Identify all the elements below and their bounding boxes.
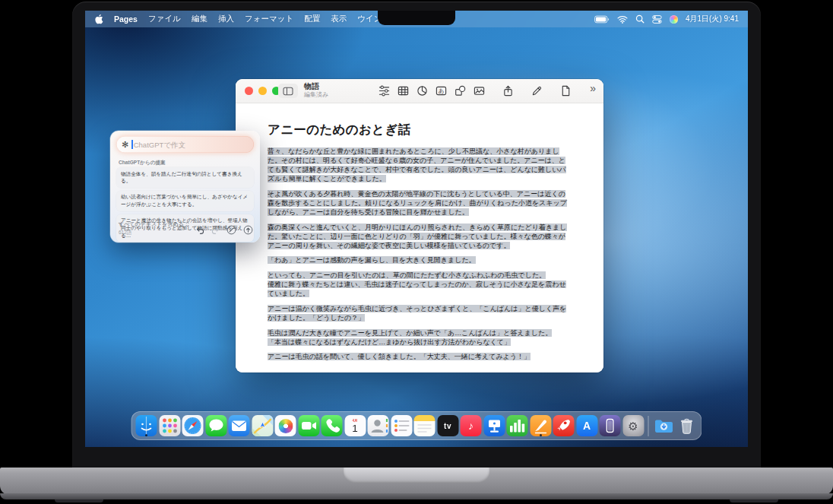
finder-dock-icon[interactable]: [136, 415, 157, 436]
messages-dock-icon[interactable]: [205, 415, 226, 436]
document-paragraph[interactable]: 毛虫は潤んだ大きな瞳でアニーを見上げて、か細い声で「あ…こんばんは」と答えました…: [268, 328, 569, 347]
selected-text: アニーは毛虫の話を聞いて、優しく頷きました。「大丈夫、一緒に考えてみよう！」: [268, 353, 531, 360]
downloads-dock-icon[interactable]: [653, 415, 674, 436]
control-center-icon[interactable]: [652, 15, 662, 24]
contacts-dock-icon[interactable]: [368, 415, 389, 436]
word-count: 612語: [119, 230, 189, 236]
menu-item-4[interactable]: 配置: [304, 14, 320, 24]
music-dock-icon[interactable]: ♪: [461, 415, 482, 436]
tv-glyph: tv: [444, 422, 451, 430]
shapes-icon[interactable]: [452, 84, 468, 98]
table-icon[interactable]: [395, 84, 411, 98]
selected-text: といっても、アニーの目を引いたのは、草の間にたたずむ小さなふわふわの毛虫でした。…: [268, 271, 566, 297]
macbook-lid: Pages ファイル編集挿入フォーマット配置表示ウインドウヘルプ 4月1日(火)…: [72, 2, 761, 468]
chatgpt-prompt-input[interactable]: [134, 141, 249, 149]
launchpad-dock-icon[interactable]: [159, 415, 180, 436]
share-icon[interactable]: [500, 84, 516, 98]
wifi-icon[interactable]: [617, 15, 628, 24]
selected-text: 昔々、なだらかな丘と豊かな緑に囲まれたあるところに、少し不思議な、小さな村があり…: [268, 147, 566, 182]
menu-item-5[interactable]: 表示: [331, 14, 347, 24]
menu-item-1[interactable]: 編集: [192, 14, 207, 24]
calendar-day-label: 1: [352, 423, 358, 435]
selected-text: そよ風が吹くある夕暮れ時、黄金色の太陽が地平線の下に沈もうとしている中、アニーは…: [268, 190, 567, 216]
window-edited-status: 編集済み: [304, 91, 328, 98]
menu-item-3[interactable]: フォーマット: [245, 14, 293, 24]
rubber-foot: [730, 499, 778, 502]
base-edge: [0, 493, 833, 499]
document-paragraph[interactable]: アニーは温かく微笑みながら毛虫に近づき、そっとひざまずくと、「こんばんは」と優し…: [268, 304, 569, 322]
selected-text: 森の奥深くへと進んでいくと、月明かりにほんのり照らされた、きらめく草原にたどり着…: [268, 223, 567, 249]
text-caret: [131, 140, 133, 149]
pages-window: 物語 編集済み あ » アニーのためのおとぎ話 昔々、なだらかな丘と豊かな緑に囲…: [236, 79, 603, 372]
pages-dock-icon[interactable]: [530, 415, 551, 436]
rubber-foot: [55, 499, 103, 502]
chatgpt-suggestion-1[interactable]: 物語全体を、韻を踏んだ二行連句の詩として書き換える。: [116, 167, 254, 188]
text-scope-selector[interactable]: すべてのテキストを含める: [119, 220, 189, 228]
chevron-up-down-icon: [185, 221, 189, 227]
document-paragraph[interactable]: 昔々、なだらかな丘と豊かな緑に囲まれたあるところに、少し不思議な、小さな村があり…: [268, 147, 569, 183]
undo-icon[interactable]: [196, 227, 204, 234]
close-button[interactable]: [245, 87, 253, 95]
photos-dock-icon[interactable]: [275, 415, 296, 436]
chatgpt-suggestion-2[interactable]: 幼い読者向けに言葉づかいを簡単にし、あざやかなイメージが浮かぶことを大事にする。: [116, 191, 254, 211]
media-icon[interactable]: [471, 84, 487, 98]
minimize-button[interactable]: [258, 87, 267, 95]
document-paragraph[interactable]: といっても、アニーの目を引いたのは、草の間にたたずむ小さなふわふわの毛虫でした。…: [268, 271, 569, 298]
calendar-dock-icon[interactable]: 4月1: [344, 415, 366, 436]
numbers-dock-icon[interactable]: [507, 415, 528, 436]
facetime-dock-icon[interactable]: [298, 415, 319, 436]
appstore-dock-icon[interactable]: A: [576, 415, 597, 436]
chart-icon[interactable]: [414, 84, 430, 98]
svg-text:あ: あ: [439, 87, 445, 94]
phone-dock-icon[interactable]: [321, 415, 343, 436]
running-indicator-dot: [540, 434, 542, 436]
document-paragraph[interactable]: 森の奥深くへと進んでいくと、月明かりにほんのり照らされた、きらめく草原にたどり着…: [268, 223, 569, 250]
suggestions-label: ChatGPTからの提案: [119, 160, 166, 166]
document-canvas[interactable]: アニーのためのおとぎ話 昔々、なだらかな丘と豊かな緑に囲まれたあるところに、少し…: [236, 103, 603, 372]
selected-text: 毛虫は潤んだ大きな瞳でアニーを見上げて、か細い声で「あ…こんばんは」と答えました…: [268, 329, 552, 346]
mirroring-dock-icon[interactable]: [600, 415, 621, 436]
style-brush-icon[interactable]: [529, 84, 545, 98]
document-paragraph[interactable]: 「わあ」とアニーは感動の声を漏らし、目を大きく見開きました。: [268, 255, 569, 265]
chatgpt-prompt-field-wrap[interactable]: ✻: [116, 136, 254, 153]
reminders-dock-icon[interactable]: [391, 415, 412, 436]
tv-dock-icon[interactable]: tv: [437, 415, 458, 436]
safari-dock-icon[interactable]: [182, 415, 204, 436]
pages-titlebar[interactable]: 物語 編集済み あ »: [236, 79, 603, 103]
toolbar-overflow-button[interactable]: »: [590, 82, 596, 94]
document-icon[interactable]: [558, 84, 574, 98]
rewrite-circle-icon[interactable]: [226, 225, 236, 235]
document-paragraph[interactable]: そよ風が吹くある夕暮れ時、黄金色の太陽が地平線の下に沈もうとしている中、アニーは…: [268, 189, 569, 217]
dock: 4月1tv♪A⚙: [131, 411, 702, 440]
music-note-glyph: ♪: [468, 420, 474, 432]
sidebar-toggle-button[interactable]: [278, 84, 298, 98]
maps-dock-icon[interactable]: [252, 415, 273, 436]
chatgpt-logo-icon: ✻: [122, 141, 128, 149]
trash-dock-icon[interactable]: [676, 415, 698, 436]
photos-flower-glyph: [278, 419, 293, 433]
settings-dock-icon[interactable]: ⚙: [622, 415, 644, 436]
rocket-dock-icon[interactable]: [553, 415, 575, 436]
menu-bar-clock[interactable]: 4月1日(火) 9:41: [686, 14, 739, 24]
notes-dock-icon[interactable]: [414, 415, 436, 436]
selected-text: 「わあ」とアニーは感動の声を漏らし、目を大きく見開きました。: [268, 256, 476, 264]
document-paragraph[interactable]: アニーは毛虫の話を聞いて、優しく頷きました。「大丈夫、一緒に考えてみよう！」: [268, 352, 569, 361]
camera-notch: [378, 11, 455, 25]
battery-icon[interactable]: [594, 15, 610, 24]
menu-item-0[interactable]: ファイル: [148, 14, 181, 24]
window-title: 物語: [304, 82, 328, 91]
document-title: アニーのためのおとぎ話: [268, 122, 569, 138]
redo-icon[interactable]: [211, 227, 220, 234]
active-app-menu[interactable]: Pages: [114, 14, 138, 24]
menu-item-2[interactable]: 挿入: [218, 14, 234, 24]
mail-dock-icon[interactable]: [229, 415, 250, 436]
siri-orb-icon[interactable]: [670, 15, 678, 24]
keynote-dock-icon[interactable]: [483, 415, 505, 436]
settings-gear-glyph: ⚙: [628, 420, 638, 432]
search-icon[interactable]: [635, 14, 645, 24]
apple-menu-icon[interactable]: [94, 14, 103, 24]
send-up-icon[interactable]: [243, 225, 253, 235]
text-box-icon[interactable]: あ: [433, 84, 449, 98]
format-lines-icon[interactable]: [376, 84, 392, 98]
dock-separator: [648, 416, 649, 436]
